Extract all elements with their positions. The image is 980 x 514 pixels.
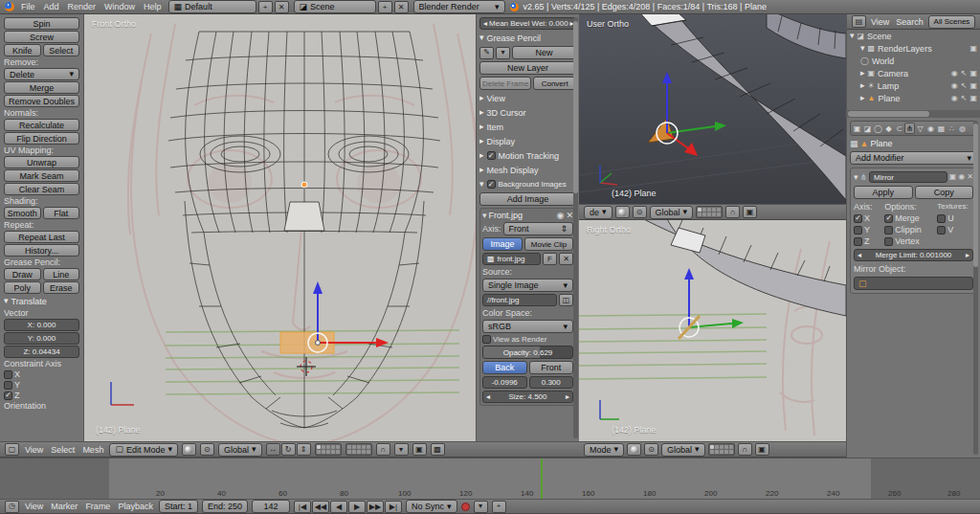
jump-to-start-button[interactable]: |◀ <box>294 501 311 513</box>
constraint-z-checkbox[interactable]: ✓ <box>4 391 12 400</box>
ribbon-mesh-right[interactable] <box>636 220 846 316</box>
renderability-toggle[interactable]: ▣ <box>969 82 977 90</box>
source-dropdown[interactable]: Single Image ▾ <box>482 279 573 292</box>
convert-button[interactable]: Convert <box>533 77 576 90</box>
render-menu[interactable]: Render <box>66 2 99 11</box>
erase-button[interactable]: Erase <box>43 281 80 294</box>
play-button[interactable]: ▶ <box>348 501 366 513</box>
help-menu[interactable]: Help <box>142 2 164 11</box>
texture-v-row[interactable]: V <box>937 225 973 235</box>
delete-layout-button[interactable]: ✕ <box>275 1 289 13</box>
tab-object-data[interactable]: ▽ <box>915 123 925 134</box>
jump-to-end-button[interactable]: ▶| <box>385 501 402 513</box>
texture-u-row[interactable]: U <box>937 213 973 223</box>
copy-button[interactable]: Copy <box>915 186 974 199</box>
add-image-button[interactable]: Add Image <box>479 192 576 206</box>
grease-new-button[interactable]: New <box>512 46 576 59</box>
fake-user-button[interactable]: F <box>543 253 557 265</box>
tab-constraints[interactable]: ⊂ <box>894 123 904 134</box>
delete-modifier-button[interactable]: ✕ <box>967 173 973 181</box>
tab-world[interactable]: ◯ <box>873 123 883 134</box>
screen-layout-dropdown[interactable]: ▦ Default <box>168 0 256 13</box>
current-frame-field[interactable]: 142 <box>252 500 290 513</box>
outliner-view-menu[interactable]: View <box>869 17 891 27</box>
vertex-groups-checkbox[interactable] <box>884 237 893 246</box>
bg-image-item-header[interactable]: ▾ Front.jpg ◉ ✕ <box>482 211 573 220</box>
grease-tool-dropdown[interactable]: ▾ <box>496 47 510 59</box>
window-menu[interactable]: Window <box>102 2 137 11</box>
insert-keyframe-button[interactable]: + <box>492 501 506 513</box>
image-datablock-field[interactable]: ▩ front.jpg <box>482 253 541 265</box>
front-toggle-button[interactable]: Front <box>529 361 574 374</box>
editor-type-3dview-button[interactable]: ▢ <box>5 443 19 456</box>
outliner-search-menu[interactable]: Search <box>894 17 925 27</box>
mirror-y-checkbox[interactable] <box>854 226 862 235</box>
unwrap-button[interactable]: Unwrap <box>4 156 79 168</box>
clipping-row[interactable]: Clippin <box>884 225 935 235</box>
rotate-manipulator-button[interactable]: ↻ <box>281 443 296 456</box>
mode-dropdown-user[interactable]: de ▾ <box>584 206 612 219</box>
render-engine-dropdown[interactable]: Blender Render ▾ <box>413 0 505 13</box>
viewport-shading-dropdown[interactable] <box>182 443 196 456</box>
vertex-groups-row[interactable]: Vertex <box>884 236 935 246</box>
snap-magnet-button-right[interactable]: ∩ <box>738 443 752 456</box>
select-menu-3d[interactable]: Select <box>49 445 77 455</box>
snap-magnet-button[interactable]: ∩ <box>376 443 390 456</box>
clear-seam-button[interactable]: Clear Seam <box>4 183 79 195</box>
tab-material[interactable]: ◉ <box>925 123 936 134</box>
tab-scene[interactable]: ◪ <box>862 123 873 134</box>
select-button[interactable]: Select <box>43 44 80 56</box>
axis-dropdown[interactable]: Front ⇕ <box>503 222 573 235</box>
renderability-toggle[interactable]: ▣ <box>969 95 977 102</box>
viewport-shading-dropdown-user[interactable] <box>615 206 630 218</box>
delete-menu-button[interactable]: Delete ▾ <box>4 68 79 80</box>
grease-draw-tool-button[interactable]: ✎ <box>479 47 494 59</box>
selectability-toggle[interactable]: ↖ <box>961 70 968 78</box>
colorspace-dropdown[interactable]: sRGB ▾ <box>482 320 573 333</box>
repeat-last-button[interactable]: Repeat Last <box>4 231 79 243</box>
layers-widget-user[interactable] <box>696 206 723 218</box>
play-reverse-button[interactable]: ◀ <box>330 501 347 513</box>
render-opengl-button[interactable]: ▣ <box>412 443 427 456</box>
mesh-menu-3d[interactable]: Mesh <box>80 445 105 455</box>
viewport-user[interactable]: User Ortho (142) Plane <box>579 14 846 204</box>
renderability-toggle[interactable]: ▣ <box>969 45 977 53</box>
mark-seam-button[interactable]: Mark Seam <box>4 169 79 182</box>
smooth-button[interactable]: Smooth <box>4 207 41 219</box>
translate-manipulator-button[interactable]: ↔ <box>266 443 280 456</box>
add-scene-button[interactable]: + <box>378 1 392 13</box>
filepath-field[interactable]: //front.jpg <box>482 294 557 306</box>
offset-y-field[interactable]: 0.300 <box>529 376 574 389</box>
knife-button[interactable]: Knife <box>4 44 41 56</box>
timeline-track[interactable]: 20 40 60 80 100 120 140 160 180 200 220 … <box>0 458 980 499</box>
viewport-shading-dropdown-right[interactable] <box>627 443 641 456</box>
size-field[interactable]: ◂ Size: 4.500 ▸ <box>482 391 573 403</box>
new-layer-button[interactable]: New Layer <box>479 61 576 75</box>
motion-tracking-checkbox[interactable]: ✓ <box>487 151 496 160</box>
motion-tracking-panel-header[interactable]: ▸ ✓ Motion Tracking <box>479 149 576 162</box>
tab-render[interactable]: ▣ <box>852 123 862 134</box>
flat-button[interactable]: Flat <box>43 207 80 219</box>
decrement-icon[interactable]: ◂ <box>483 20 487 28</box>
mode-dropdown-right[interactable]: Mode ▾ <box>584 443 624 457</box>
outliner-scrollbar-thumb[interactable] <box>848 111 929 117</box>
orientation-dropdown-right[interactable]: Global ▾ <box>661 443 705 457</box>
scale-manipulator-button[interactable]: ⇕ <box>297 443 311 456</box>
constraint-z-row[interactable]: ✓ Z <box>4 391 79 400</box>
mesh-display-panel-header[interactable]: ▸Mesh Display <box>479 164 576 176</box>
add-layout-button[interactable]: + <box>258 1 273 13</box>
mean-bevel-field[interactable]: ◂ Mean Bevel Wei: 0.000 ▸ <box>479 17 576 30</box>
file-menu[interactable]: File <box>19 2 37 11</box>
n-panel-scrollbar[interactable] <box>573 17 578 438</box>
pivot-dropdown-user[interactable]: ⊙ <box>633 206 647 218</box>
layers-widget-2[interactable] <box>345 443 372 456</box>
back-toggle-button[interactable]: Back <box>482 361 527 374</box>
translate-panel-header[interactable]: ▾ Translate <box>4 295 79 307</box>
view-as-render-checkbox[interactable] <box>482 335 491 344</box>
mirror-x-row[interactable]: ✓X <box>854 213 882 223</box>
render-opengl-button-right[interactable]: ▣ <box>755 443 769 456</box>
tab-texture[interactable]: ▦ <box>936 123 947 134</box>
tab-object[interactable]: ◆ <box>883 123 894 134</box>
screw-button[interactable]: Screw <box>4 31 79 43</box>
remove-image-button[interactable]: ✕ <box>566 212 573 220</box>
